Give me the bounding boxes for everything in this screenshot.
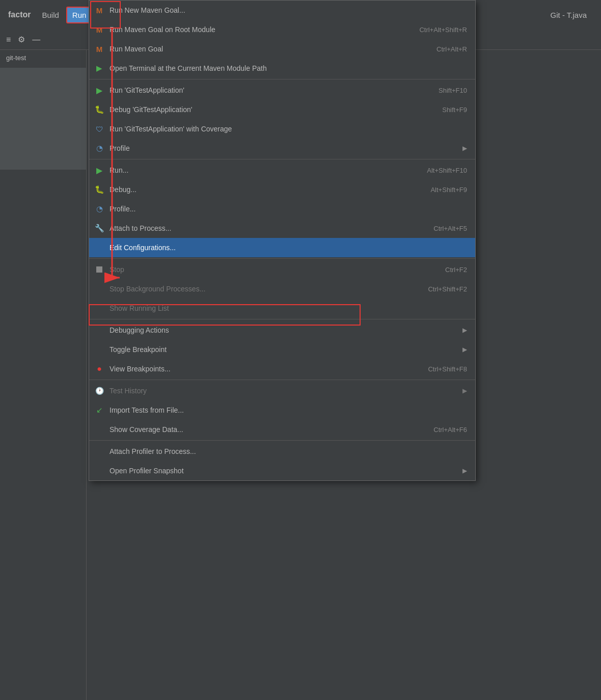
hamburger-icon[interactable]: ≡	[4, 33, 13, 46]
edit-config-icon	[93, 241, 105, 254]
menu-item-stop[interactable]: Stop Ctrl+F2	[89, 260, 475, 279]
menu-item-profile[interactable]: ◔ Profile ▶	[89, 139, 475, 158]
menu-item-open-profiler[interactable]: Open Profiler Snapshot ▶	[89, 461, 475, 480]
maven-icon-2: M	[93, 23, 105, 36]
debug-actions-icon	[93, 324, 105, 336]
menubar-item-build[interactable]: Build	[37, 8, 64, 22]
menubar-item-factor[interactable]: factor	[4, 7, 35, 22]
menu-label-run-new-maven-goal: Run New Maven Goal...	[110, 6, 467, 14]
menu-label-toggle-breakpoint: Toggle Breakpoint	[110, 345, 458, 354]
separator-3	[89, 258, 475, 259]
menu-label-debug-ellipsis: Debug...	[110, 185, 410, 194]
menu-item-open-terminal[interactable]: ▶ Open Terminal at the Current Maven Mod…	[89, 59, 475, 78]
test-history-arrow: ▶	[462, 387, 467, 394]
menu-label-run-app: Run 'GitTestApplication'	[110, 86, 418, 94]
toggle-bp-arrow: ▶	[462, 346, 467, 353]
menu-item-show-running[interactable]: Show Running List	[89, 299, 475, 318]
breakpoint-icon: ●	[93, 363, 105, 375]
maven-icon: M	[93, 4, 105, 16]
menu-label-run-ellipsis: Run...	[110, 166, 406, 174]
separator-5	[89, 380, 475, 380]
profile-icon-2: ◔	[93, 203, 105, 215]
menu-item-debug-ellipsis[interactable]: 🐛 Debug... Alt+Shift+F9	[89, 180, 475, 199]
menu-item-view-breakpoints[interactable]: ● View Breakpoints... Ctrl+Shift+F8	[89, 359, 475, 379]
menu-label-test-history: Test History	[110, 387, 458, 395]
shortcut-stop-bg: Ctrl+Shift+F2	[407, 285, 467, 293]
menu-item-run-coverage[interactable]: 🛡 Run 'GitTestApplication' with Coverage	[89, 119, 475, 139]
menu-item-run-new-maven-goal[interactable]: M Run New Maven Goal...	[89, 1, 475, 20]
separator-4	[89, 319, 475, 319]
menu-label-open-terminal: Open Terminal at the Current Maven Modul…	[110, 64, 467, 72]
menu-label-stop-bg: Stop Background Processes...	[110, 285, 407, 293]
shortcut-show-coverage: Ctrl+Alt+F6	[413, 426, 467, 434]
menu-label-run-maven-root: Run Maven Goal on Root Module	[110, 25, 399, 34]
stop-icon	[93, 263, 105, 276]
menu-item-run-maven-goal[interactable]: M Run Maven Goal Ctrl+Alt+R	[89, 39, 475, 59]
menu-label-debug-app: Debug 'GitTestApplication'	[110, 105, 422, 114]
shortcut-run-ellipsis: Alt+Shift+F10	[406, 167, 467, 174]
import-icon: ↙	[93, 404, 105, 416]
debug-icon-2: 🐛	[93, 183, 105, 196]
coverage-data-icon	[93, 423, 105, 436]
menu-item-run-maven-goal-root[interactable]: M Run Maven Goal on Root Module Ctrl+Alt…	[89, 20, 475, 39]
menu-item-run-ellipsis[interactable]: ▶ Run... Alt+Shift+F10	[89, 160, 475, 180]
menu-item-debug-app[interactable]: 🐛 Debug 'GitTestApplication' Shift+F9	[89, 100, 475, 119]
separator-2	[89, 159, 475, 159]
toggle-bp-icon	[93, 343, 105, 356]
debugging-actions-arrow: ▶	[462, 327, 467, 334]
profiler-snapshot-arrow: ▶	[462, 467, 467, 474]
menu-item-stop-bg[interactable]: Stop Background Processes... Ctrl+Shift+…	[89, 279, 475, 299]
menu-label-show-running: Show Running List	[110, 304, 467, 312]
maven-icon-3: M	[93, 43, 105, 55]
menu-label-stop: Stop	[110, 265, 425, 274]
gear-icon[interactable]: ⚙	[16, 33, 27, 46]
shortcut-debug-ellipsis: Alt+Shift+F9	[410, 186, 467, 194]
menu-item-run-app[interactable]: ▶ Run 'GitTestApplication' Shift+F10	[89, 80, 475, 100]
shortcut-run-maven-root: Ctrl+Alt+Shift+R	[399, 26, 467, 34]
minimize-icon[interactable]: —	[30, 33, 42, 46]
menu-item-edit-configurations[interactable]: Edit Configurations...	[89, 238, 475, 257]
menu-item-attach-profiler[interactable]: Attach Profiler to Process...	[89, 442, 475, 461]
menu-item-import-tests[interactable]: ↙ Import Tests from File...	[89, 400, 475, 420]
profile-icon: ◔	[93, 142, 105, 154]
shortcut-run-app: Shift+F10	[418, 87, 467, 94]
attach-icon: 🔧	[93, 222, 105, 234]
shortcut-view-breakpoints: Ctrl+Shift+F8	[407, 365, 467, 373]
profile-arrow: ▶	[462, 145, 467, 152]
menu-label-attach-profiler: Attach Profiler to Process...	[110, 447, 467, 455]
clock-icon: 🕐	[93, 385, 105, 397]
menu-item-show-coverage[interactable]: Show Coverage Data... Ctrl+Alt+F6	[89, 420, 475, 439]
menu-item-profile-ellipsis[interactable]: ◔ Profile...	[89, 199, 475, 219]
attach-profiler-icon	[93, 445, 105, 457]
menu-label-run-maven-goal: Run Maven Goal	[110, 45, 416, 53]
shortcut-stop: Ctrl+F2	[425, 266, 467, 274]
menu-label-import-tests: Import Tests from File...	[110, 406, 467, 414]
window-title: Git - T.java	[551, 11, 597, 19]
shortcut-attach-process: Ctrl+Alt+F5	[413, 225, 467, 232]
menu-label-open-profiler: Open Profiler Snapshot	[110, 467, 458, 475]
menu-item-attach-process[interactable]: 🔧 Attach to Process... Ctrl+Alt+F5	[89, 219, 475, 238]
menu-item-debugging-actions[interactable]: Debugging Actions ▶	[89, 320, 475, 340]
coverage-icon: 🛡	[93, 123, 105, 135]
menu-label-show-coverage: Show Coverage Data...	[110, 425, 413, 434]
sidebar-project-label: git-test	[0, 50, 86, 66]
shortcut-run-maven-goal: Ctrl+Alt+R	[416, 45, 467, 53]
run-icon-2: ▶	[93, 164, 105, 176]
menu-label-view-breakpoints: View Breakpoints...	[110, 365, 407, 373]
menu-label-edit-configurations: Edit Configurations...	[110, 244, 467, 252]
sidebar-content-area	[0, 68, 86, 170]
menu-label-run-coverage: Run 'GitTestApplication' with Coverage	[110, 125, 467, 133]
sidebar: git-test	[0, 50, 87, 700]
debug-icon: 🐛	[93, 103, 105, 116]
menu-label-profile-ellipsis: Profile...	[110, 205, 467, 213]
separator-6	[89, 440, 475, 441]
menu-label-attach-process: Attach to Process...	[110, 224, 413, 232]
separator-1	[89, 79, 475, 79]
menu-item-test-history[interactable]: 🕐 Test History ▶	[89, 381, 475, 400]
running-list-icon	[93, 302, 105, 314]
menu-item-toggle-breakpoint[interactable]: Toggle Breakpoint ▶	[89, 340, 475, 359]
stop-bg-icon	[93, 283, 105, 295]
terminal-icon: ▶	[93, 62, 105, 74]
shortcut-debug-app: Shift+F9	[422, 106, 467, 114]
menu-label-debugging-actions: Debugging Actions	[110, 326, 458, 334]
